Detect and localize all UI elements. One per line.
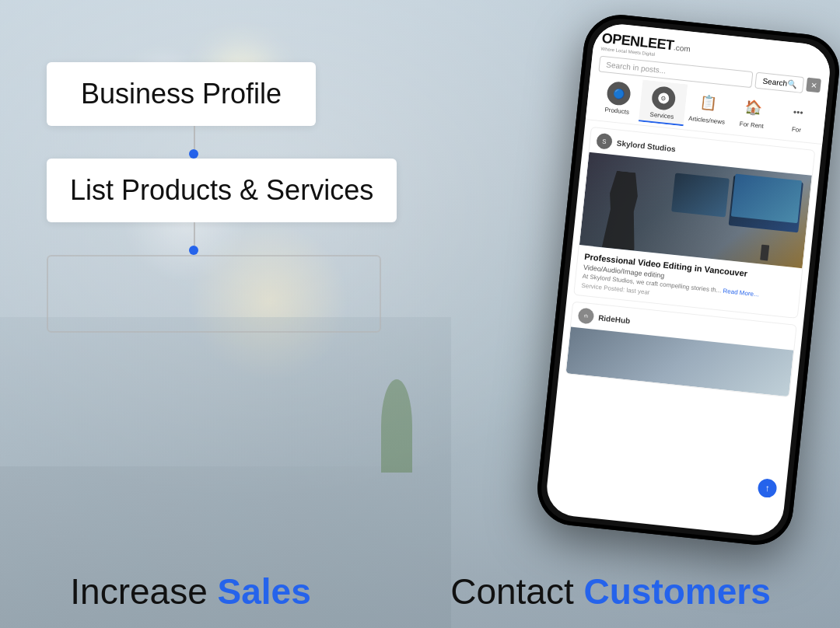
svg-text:⚙: ⚙ (660, 95, 667, 103)
products-icon: 🔵 (606, 81, 632, 106)
phone-shell: OPENLEET .com Where Local Meets Digital … (534, 12, 840, 549)
category-rent[interactable]: 🏠 For Rent (728, 89, 777, 136)
logo-suffix: .com (674, 43, 691, 53)
category-services[interactable]: ⚙ Services (639, 79, 688, 126)
listing-card-2[interactable]: rh RideHub (565, 302, 796, 398)
phone-frame: OPENLEET .com Where Local Meets Digital … (534, 12, 840, 549)
increase-sales-label: Increase Sales (0, 563, 381, 628)
business-profile-box: Business Profile (47, 62, 316, 126)
contact-customers-label: Contact Customers (381, 563, 840, 628)
connector-line-2 (194, 222, 195, 246)
contact-prefix: Contact (450, 571, 583, 612)
connector-line-1 (194, 126, 195, 149)
scroll-up-button[interactable]: ↑ (757, 478, 777, 498)
bottom-labels: Increase Sales Contact Customers (0, 563, 840, 628)
flow-diagram: Business Profile List Products & Service… (47, 62, 397, 333)
connector-dot-1 (189, 149, 198, 159)
search-close-button[interactable]: ✕ (806, 78, 821, 93)
connector-dot-2 (189, 246, 198, 255)
more-label: For (792, 126, 802, 134)
rent-label: For Rent (739, 120, 764, 130)
category-products[interactable]: 🔵 Products (593, 75, 642, 121)
services-label: Services (649, 111, 674, 120)
phone-screen: OPENLEET .com Where Local Meets Digital … (544, 22, 833, 539)
listings-container: S Skylord Studios (558, 120, 822, 410)
rent-icon: 🏠 (740, 95, 766, 120)
category-more[interactable]: ••• For (773, 94, 819, 140)
biz-avatar-1: S (596, 133, 613, 150)
listing-card-1[interactable]: S Skylord Studios (573, 127, 815, 319)
sales-highlight: Sales (218, 571, 311, 612)
phone-mockup: OPENLEET .com Where Local Meets Digital … (560, 23, 817, 536)
logo-block: OPENLEET .com Where Local Meets Digital (600, 30, 691, 61)
more-icon: ••• (786, 99, 811, 125)
increase-prefix: Increase (70, 571, 217, 612)
list-products-box: List Products & Services (47, 159, 397, 222)
bottom-box-outline (47, 255, 381, 333)
category-articles[interactable]: 📋 Articles/news (684, 85, 733, 131)
customers-highlight: Customers (584, 571, 771, 612)
search-button[interactable]: Search🔍 (755, 72, 805, 93)
articles-icon: 📋 (695, 90, 721, 116)
biz-name-2: RideHub (598, 313, 631, 325)
biz-name-1: Skylord Studios (616, 138, 676, 153)
articles-label: Articles/news (688, 115, 726, 126)
biz-avatar-2: rh (577, 308, 594, 325)
services-icon: ⚙ (651, 85, 677, 111)
products-label: Products (604, 106, 629, 116)
